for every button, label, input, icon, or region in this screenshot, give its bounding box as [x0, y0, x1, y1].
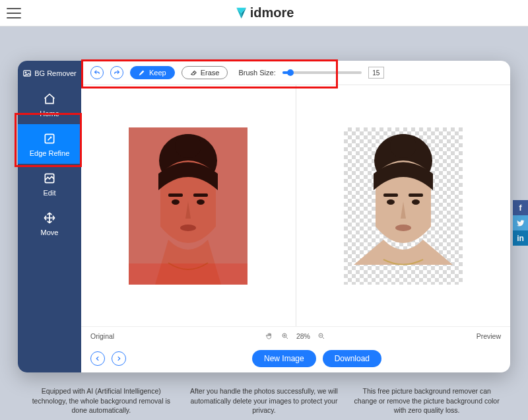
svg-point-17 — [412, 199, 420, 205]
svg-point-16 — [387, 199, 395, 205]
chevron-left-icon — [94, 355, 101, 362]
top-bar: idmore — [0, 0, 528, 26]
sidebar-item-move[interactable]: Move — [18, 203, 81, 243]
svg-rect-15 — [409, 193, 423, 197]
svg-point-18 — [395, 225, 411, 231]
zoom-out-icon[interactable] — [317, 332, 326, 341]
undo-button[interactable] — [90, 66, 104, 79]
keep-mask-overlay — [129, 127, 248, 285]
sidebar-item-edit[interactable]: Edit — [18, 164, 81, 203]
prev-image-button[interactable] — [90, 351, 105, 366]
blurb-privacy: After you handle the photos successfully… — [188, 386, 340, 415]
keep-tool-button[interactable]: Keep — [130, 66, 175, 79]
blurb-quality: This free picture background remover can… — [351, 386, 503, 415]
next-image-button[interactable] — [112, 351, 126, 366]
original-label: Original — [90, 332, 114, 340]
sidebar-item-home[interactable]: Home — [18, 85, 81, 124]
share-twitter-button[interactable] — [513, 215, 528, 230]
redo-icon — [114, 69, 120, 76]
sidebar-item-label: Edge Refine — [30, 149, 70, 157]
undo-icon — [94, 69, 100, 76]
original-photo — [129, 127, 248, 285]
preview-photo — [344, 127, 463, 285]
editor-toolbar: Keep Erase Brush Size: 15 — [81, 61, 510, 85]
zoom-in-icon[interactable] — [280, 332, 290, 341]
feature-blurbs: Equipped with AI (Artificial Intelligenc… — [0, 386, 528, 420]
brush-icon — [139, 69, 145, 76]
logo-mark-icon — [234, 6, 249, 20]
home-icon — [43, 92, 56, 106]
svg-point-13 — [390, 134, 416, 158]
chevron-right-icon — [116, 355, 122, 362]
hamburger-menu-icon[interactable] — [7, 8, 21, 18]
page-background: f in BG Remover Home Edge Refine Edit — [0, 26, 528, 420]
keep-label: Keep — [149, 69, 166, 77]
original-pane[interactable] — [81, 85, 296, 326]
zoom-percent: 28% — [296, 332, 310, 340]
editor-main: Keep Erase Brush Size: 15 — [81, 61, 510, 372]
erase-tool-button[interactable]: Erase — [182, 66, 228, 79]
portrait-cutout — [344, 127, 463, 285]
preview-pane[interactable] — [296, 85, 511, 326]
edge-refine-icon — [43, 132, 56, 145]
svg-point-1 — [25, 72, 26, 73]
editor-modal: BG Remover Home Edge Refine Edit Move — [18, 61, 510, 372]
image-icon — [22, 69, 32, 78]
social-share-rail: f in — [513, 200, 528, 246]
brush-size-slider[interactable] — [282, 71, 362, 74]
editor-sidebar: BG Remover Home Edge Refine Edit Move — [18, 61, 81, 372]
brush-size-label: Brush Size: — [238, 69, 275, 77]
workspace — [81, 85, 510, 326]
preview-label: Preview — [477, 332, 501, 340]
edit-icon — [43, 172, 56, 185]
twitter-icon — [517, 219, 525, 227]
sidebar-item-label: Home — [40, 110, 59, 118]
redo-button[interactable] — [110, 66, 123, 79]
brand-logo[interactable]: idmore — [234, 5, 294, 20]
sidebar-item-label: Edit — [44, 189, 56, 197]
brush-size-value[interactable]: 15 — [368, 67, 384, 79]
eraser-icon — [190, 69, 197, 76]
sidebar-title: BG Remover — [22, 66, 77, 85]
download-button[interactable]: Download — [323, 350, 381, 367]
blurb-ai: Equipped with AI (Artificial Intelligenc… — [25, 386, 177, 415]
new-image-button[interactable]: New Image — [252, 350, 316, 367]
status-bar: Original 28% Preview — [81, 326, 510, 345]
share-facebook-button[interactable]: f — [513, 200, 528, 215]
erase-label: Erase — [201, 69, 220, 77]
svg-rect-14 — [383, 193, 398, 197]
sidebar-item-label: Move — [41, 228, 59, 236]
brand-name: idmore — [250, 5, 294, 20]
pan-hand-icon[interactable] — [265, 332, 274, 341]
sidebar-item-edge-refine[interactable]: Edge Refine — [18, 124, 81, 164]
share-linkedin-button[interactable]: in — [513, 230, 528, 246]
action-bar: New Image Download — [81, 345, 510, 372]
move-icon — [43, 211, 56, 225]
